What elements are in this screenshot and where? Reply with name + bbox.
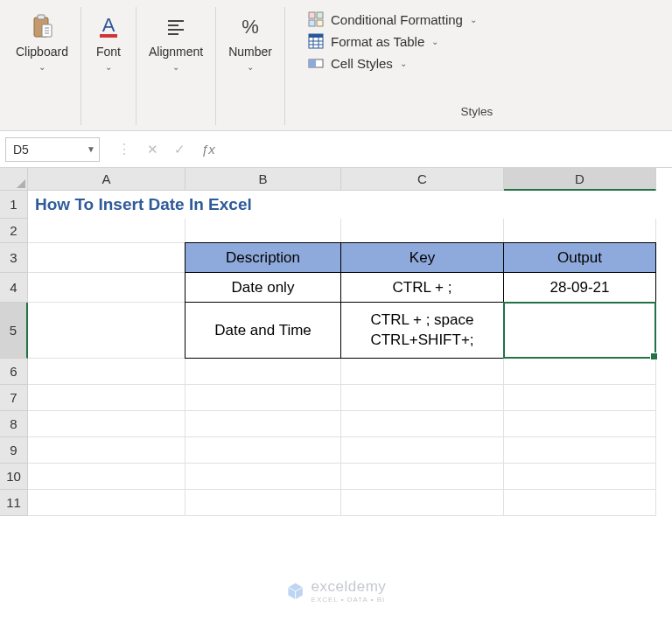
- svg-rect-4: [100, 34, 117, 38]
- cell[interactable]: [28, 385, 186, 411]
- chevron-down-icon: ⌄: [38, 62, 46, 72]
- row-header[interactable]: 7: [0, 385, 28, 411]
- cell[interactable]: [504, 490, 656, 516]
- row-header[interactable]: 6: [0, 359, 28, 385]
- row-header[interactable]: 2: [0, 219, 28, 243]
- chevron-down-icon: ⌄: [172, 62, 179, 72]
- number-label: Number: [228, 45, 272, 59]
- cell[interactable]: [186, 219, 341, 243]
- svg-text:A: A: [102, 14, 116, 36]
- clipboard-icon: [27, 12, 57, 42]
- name-box[interactable]: D5 ▼: [5, 137, 100, 162]
- logo-icon: [286, 582, 305, 601]
- cell[interactable]: [341, 385, 504, 411]
- column-header[interactable]: C: [341, 168, 504, 191]
- alignment-label: Alignment: [149, 45, 203, 59]
- svg-rect-1: [38, 15, 45, 19]
- watermark: exceldemy EXCEL • DATA • BI: [286, 578, 387, 604]
- svg-rect-11: [309, 34, 323, 38]
- chevron-down-icon[interactable]: ▼: [87, 144, 95, 154]
- cell[interactable]: [504, 437, 656, 464]
- svg-rect-7: [317, 12, 323, 18]
- styles-group-label: Styles: [461, 105, 494, 125]
- row-header[interactable]: 10: [0, 464, 28, 490]
- cell[interactable]: [341, 359, 504, 385]
- fx-icon[interactable]: ƒx: [201, 142, 215, 157]
- table-cell[interactable]: Date only: [185, 272, 341, 303]
- cell[interactable]: [28, 219, 186, 243]
- cell[interactable]: [504, 411, 656, 437]
- cell[interactable]: [341, 464, 504, 490]
- table-cell[interactable]: CTRL + ; spaceCTRL+SHIFT+;: [340, 302, 504, 359]
- cell-styles-button[interactable]: Cell Styles⌄: [306, 54, 479, 72]
- cell[interactable]: [28, 359, 186, 385]
- enter-icon[interactable]: ✓: [174, 142, 186, 157]
- svg-text:%: %: [242, 16, 259, 38]
- table-cell[interactable]: Date and Time: [185, 302, 341, 359]
- font-button[interactable]: A Font ⌄: [94, 7, 123, 72]
- cell[interactable]: [28, 464, 186, 490]
- column-header[interactable]: A: [28, 168, 186, 191]
- ribbon-group-styles: Conditional Formatting⌄ Format as Table⌄…: [285, 7, 668, 125]
- alignment-icon: [161, 12, 191, 42]
- cell[interactable]: [504, 464, 656, 490]
- clipboard-button[interactable]: Clipboard ⌄: [16, 7, 68, 72]
- ribbon-group-alignment: Alignment ⌄: [136, 7, 216, 125]
- table-cell[interactable]: Description: [185, 242, 341, 273]
- percent-icon: %: [235, 12, 265, 42]
- table-cell[interactable]: CTRL + ;: [340, 272, 504, 303]
- cell[interactable]: [28, 437, 186, 464]
- svg-rect-13: [309, 59, 316, 67]
- cell[interactable]: [504, 385, 656, 411]
- number-button[interactable]: % Number ⌄: [228, 7, 272, 72]
- cancel-icon[interactable]: ✕: [147, 142, 158, 157]
- table-icon: [308, 33, 324, 49]
- cell[interactable]: [28, 490, 186, 516]
- row-header[interactable]: 9: [0, 437, 28, 464]
- table-cell[interactable]: Key: [340, 242, 504, 273]
- cell[interactable]: [28, 243, 186, 273]
- conditional-formatting-icon: [308, 11, 324, 27]
- cell[interactable]: [504, 219, 656, 243]
- cell[interactable]: [186, 490, 341, 516]
- row-header[interactable]: 3: [0, 243, 28, 273]
- alignment-button[interactable]: Alignment ⌄: [149, 7, 203, 72]
- ribbon-group-number: % Number ⌄: [216, 7, 285, 125]
- table-cell[interactable]: 28-09-21: [503, 272, 656, 303]
- select-all-corner[interactable]: [0, 168, 28, 191]
- chevron-down-icon: ⌄: [247, 62, 254, 72]
- ribbon: Clipboard ⌄ A Font ⌄ Alignment ⌄ % Numbe…: [0, 0, 672, 131]
- row-header[interactable]: 8: [0, 411, 28, 437]
- cell[interactable]: [186, 464, 341, 490]
- cell[interactable]: [341, 219, 504, 243]
- cell[interactable]: [28, 411, 186, 437]
- cell[interactable]: [341, 437, 504, 464]
- title-cell[interactable]: How To Insert Date In Excel: [28, 191, 656, 219]
- cell[interactable]: [186, 359, 341, 385]
- svg-rect-9: [317, 20, 323, 26]
- cell[interactable]: [28, 303, 186, 359]
- ribbon-group-font: A Font ⌄: [81, 7, 136, 125]
- svg-rect-6: [309, 12, 315, 18]
- cell[interactable]: [341, 411, 504, 437]
- cell[interactable]: [28, 273, 186, 303]
- row-header[interactable]: 5: [0, 303, 28, 359]
- row-header[interactable]: 4: [0, 273, 28, 303]
- format-as-table-button[interactable]: Format as Table⌄: [306, 32, 479, 50]
- row-header[interactable]: 1: [0, 191, 28, 219]
- row-header[interactable]: 11: [0, 490, 28, 516]
- cell[interactable]: [186, 385, 341, 411]
- cell[interactable]: [186, 437, 341, 464]
- row-headers: 1234567891011: [0, 191, 28, 516]
- cell[interactable]: [186, 411, 341, 437]
- table-cell[interactable]: [503, 302, 656, 359]
- conditional-formatting-button[interactable]: Conditional Formatting⌄: [306, 10, 479, 28]
- cell[interactable]: [504, 359, 656, 385]
- formula-bar-input[interactable]: [220, 138, 667, 161]
- cell-styles-icon: [308, 55, 324, 71]
- column-header[interactable]: B: [186, 168, 341, 191]
- column-header[interactable]: D: [504, 168, 656, 191]
- ribbon-group-clipboard: Clipboard ⌄: [4, 7, 81, 125]
- cell[interactable]: [341, 490, 504, 516]
- table-cell[interactable]: Output: [503, 242, 656, 273]
